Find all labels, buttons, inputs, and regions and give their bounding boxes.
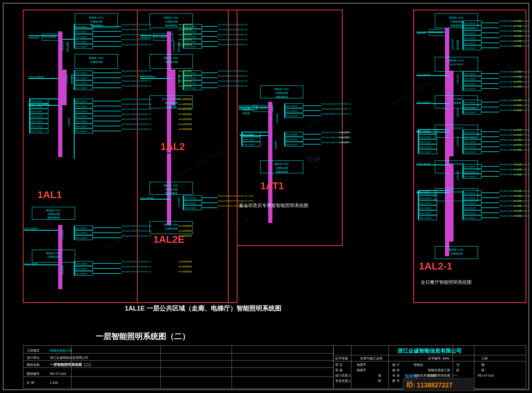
svg-text:L500RIF: L500RIF — [275, 140, 277, 150]
svg-text:IOS-C35/1P: IOS-C35/1P — [286, 143, 297, 146]
svg-text:IOS-C10/1P断路: IOS-C10/1P断路 — [162, 98, 180, 100]
svg-text:4AL6照明回路: 4AL6照明回路 — [178, 113, 192, 115]
svg-text:4AL照明: 4AL照明 — [513, 149, 522, 151]
svg-text:L541020: L541020 — [456, 137, 459, 146]
svg-text:L510601P: L510601P — [173, 40, 175, 52]
svg-text:知末网: 知末网 — [103, 230, 130, 251]
svg-text:审 核: 审 核 — [335, 368, 343, 372]
panel-1al1-label: 1AL1 — [37, 189, 62, 200]
svg-text:IOS-C35/1P: IOS-C35/1P — [286, 110, 297, 112]
svg-text:BV-2x2.5+PE2.5-PC20 WC CC: BV-2x2.5+PE2.5-PC20 WC CC — [322, 103, 352, 105]
svg-text:BV-2x2.5+PE2.5-PC20 WC CC: BV-2x2.5+PE2.5-PC20 WC CC — [122, 98, 152, 100]
svg-text:IOS-C35/3P: IOS-C35/3P — [450, 63, 463, 66]
svg-text:IOS-C35/1P: IOS-C35/1P — [76, 125, 87, 127]
svg-text:4AL照明: 4AL照明 — [513, 144, 522, 146]
svg-text:BV-2x2.5+PE2.5-PC20 WC CC: BV-2x2.5+PE2.5-PC20 WC CC — [122, 85, 152, 87]
svg-text:100AL照明: 100AL照明 — [339, 136, 349, 138]
svg-text:4AL照明: 4AL照明 — [513, 30, 522, 32]
svg-text:BV-2x2.5+PE2.5-PC20 WC CC: BV-2x2.5+PE2.5-PC20 WC CC — [218, 29, 248, 31]
svg-text:IOS-C35/1P: IOS-C35/1P — [464, 171, 476, 173]
svg-text:IOS-C35/1P: IOS-C35/1P — [185, 36, 196, 38]
svg-text:4AL照明: 4AL照明 — [513, 25, 522, 27]
svg-text:IOS-C35/1P: IOS-C35/1P — [464, 111, 476, 114]
svg-rect-263 — [237, 10, 342, 246]
svg-text:BV-2x2.5+PE2.5-PC20 WC CC: BV-2x2.5+PE2.5-PC20 WC CC — [218, 75, 248, 77]
svg-text:200A/3P: 200A/3P — [140, 36, 151, 39]
svg-text:知末网: 知末网 — [229, 216, 251, 233]
svg-text:IOS-C35/1P: IOS-C35/1P — [185, 197, 196, 199]
svg-text:断路器 C40s: 断路器 C40s — [275, 163, 289, 165]
svg-text:IOS-C35/1P: IOS-C35/1P — [76, 268, 87, 270]
svg-text:IOS-C35/1P: IOS-C35/1P — [185, 87, 196, 89]
svg-text:IOS-C10/1P: IOS-C10/1P — [420, 141, 431, 143]
svg-text:BV-2x2.5+PE2.5-PC20 WC CC: BV-2x2.5+PE2.5-PC20 WC CC — [122, 103, 152, 105]
svg-text:BV-2x2.5+PE2.5-PC20 WC CC: BV-2x2.5+PE2.5-PC20 WC CC — [218, 44, 248, 46]
svg-text:BV-2x2.5+PE2.5-PC20 WC CC: BV-2x2.5+PE2.5-PC20 WC CC — [122, 29, 152, 31]
svg-text:4AL照明: 4AL照明 — [513, 99, 522, 101]
svg-text:IOS-C10/1P: IOS-C10/1P — [31, 115, 42, 117]
svg-text:4AL照明: 4AL照明 — [513, 215, 522, 217]
svg-text:BV-2x2.5+PE2.5-PC20 WC CC: BV-2x2.5+PE2.5-PC20 WC CC — [122, 266, 152, 268]
svg-text:断路器 C40s: 断路器 C40s — [275, 88, 289, 90]
svg-text:IOS-C35/1P: IOS-C35/1P — [464, 197, 476, 199]
svg-text:IOS-C10/1P: IOS-C10/1P — [31, 120, 42, 122]
svg-text:BV-2x2.5+PE2.5-PC20 WC CC: BV-2x2.5+PE2.5-PC20 WC CC — [122, 271, 152, 273]
svg-text:IOS-C35/1P: IOS-C35/1P — [464, 106, 476, 109]
svg-text:4AL6照明回路: 4AL6照明回路 — [178, 225, 192, 227]
svg-text:断路器 C40s: 断路器 C40s — [46, 252, 61, 255]
panel-1al2e-label: 1AL2E — [153, 234, 184, 245]
svg-text:IOS-C35/1P: IOS-C35/1P — [464, 78, 476, 80]
company-name: 浙江众诚智能信息有限公司 — [398, 348, 462, 354]
svg-text:设计负责人: 设计负责人 — [335, 374, 351, 377]
svg-text:IOS-C35/1P: IOS-C35/1P — [464, 141, 476, 143]
svg-text:IOS-C35/1P: IOS-C35/1P — [464, 37, 476, 39]
svg-text:规格参数值: 规格参数值 — [90, 24, 103, 27]
svg-text:断路器 C40s: 断路器 C40s — [164, 184, 178, 187]
svg-text:IOS-C35/1P: IOS-C35/1P — [185, 72, 196, 74]
svg-text:IOS-C35/1P: IOS-C35/1P — [286, 133, 297, 136]
svg-text:IOS-C10/1P: IOS-C10/1P — [420, 207, 431, 209]
svg-text:1:100: 1:100 — [50, 381, 58, 384]
svg-text:BV-2x2.5+PE2.5-PC20 WC CC: BV-2x2.5+PE2.5-PC20 WC CC — [122, 24, 152, 26]
svg-text:IOS-C35/1P: IOS-C35/1P — [185, 41, 196, 43]
svg-text:IOS-C35/1P: IOS-C35/1P — [464, 83, 476, 85]
svg-text:IOS-C35/3P: IOS-C35/3P — [240, 107, 251, 109]
svg-text:审 定: 审 定 — [335, 363, 343, 367]
svg-text:比 例: 比 例 — [27, 381, 34, 384]
svg-text:IOS-C10/1P: IOS-C10/1P — [420, 202, 431, 204]
svg-text:IOS-C35/1P: IOS-C35/1P — [464, 217, 476, 219]
svg-text:IOS-C10/1P: IOS-C10/1P — [243, 143, 255, 146]
svg-text:IOS-C35/1P: IOS-C35/1P — [76, 72, 87, 74]
svg-text:规格参数值: 规格参数值 — [47, 216, 60, 219]
svg-text:4AL照明: 4AL照明 — [513, 35, 522, 37]
svg-text:4AL6照明回路: 4AL6照明回路 — [178, 103, 192, 105]
svg-text:IOS-C10/1P: IOS-C10/1P — [420, 131, 431, 133]
svg-text:IOS-C35/1P: IOS-C35/1P — [464, 32, 476, 34]
svg-text:断路器 C40s: 断路器 C40s — [449, 59, 464, 62]
svg-text:L500RIF: L500RIF — [68, 117, 70, 127]
svg-text:IOS-C35/1P: IOS-C35/1P — [464, 202, 476, 204]
svg-text:专 业: 专 业 — [392, 374, 400, 377]
svg-text:BV-2x2.5+PE2.5-PC20 WC CC: BV-2x2.5+PE2.5-PC20 WC CC — [122, 225, 152, 227]
svg-text:IOS-C10/1P: IOS-C10/1P — [420, 217, 431, 219]
electrical-diagram: www.znzmo.com www.znzmo.com www.znzmo.co… — [0, 0, 532, 393]
svg-text:控制器: 控制器 — [242, 112, 250, 115]
svg-text:IOS-C10/1P: IOS-C10/1P — [31, 130, 42, 132]
svg-text:L510405: L510405 — [178, 74, 180, 84]
svg-rect-464 — [449, 163, 454, 192]
svg-rect-420 — [449, 128, 454, 156]
svg-text:BV-2x2.5+PE2.5-PC20 WC CC: BV-2x2.5+PE2.5-PC20 WC CC — [122, 44, 152, 46]
svg-text:4AL6照明回路: 4AL6照明回路 — [178, 271, 192, 273]
svg-text:图纸编号: 图纸编号 — [27, 372, 40, 376]
svg-text:IOS-C10/1P: IOS-C10/1P — [243, 133, 255, 136]
svg-text:BV-2x2.5+PE2.5-PC20 WC CC 4AL6: BV-2x2.5+PE2.5-PC20 WC CC 4AL6 — [218, 195, 254, 197]
svg-text:IOS-C35/1P: IOS-C35/1P — [185, 26, 196, 28]
svg-text:日: 日 — [456, 363, 460, 367]
svg-text:规格参数值: 规格参数值 — [165, 102, 178, 105]
svg-text:IOS-C35/1P: IOS-C35/1P — [286, 105, 297, 107]
svg-text:断路器 C40s: 断路器 C40s — [449, 248, 464, 251]
svg-text:100AL照明: 100AL照明 — [339, 131, 349, 133]
svg-text:IOS-C35/1P: IOS-C35/1P — [464, 88, 476, 90]
svg-text:BV-2x2.5+PE2.5-PC20 WC CC: BV-2x2.5+PE2.5-PC20 WC CC — [218, 70, 248, 72]
svg-text:IOS-C35/1P: IOS-C35/1P — [76, 105, 87, 107]
